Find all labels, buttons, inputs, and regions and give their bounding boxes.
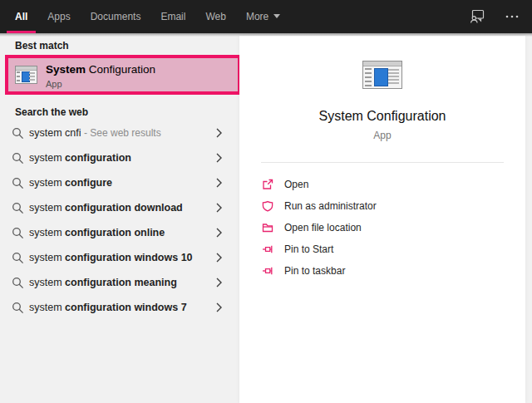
chevron-right-icon[interactable] xyxy=(216,153,223,164)
tab-email[interactable]: Email xyxy=(152,0,194,33)
best-match-title: System Configuration xyxy=(46,63,155,76)
search-icon xyxy=(12,151,25,165)
tab-web[interactable]: Web xyxy=(197,0,234,33)
topbar-shadow xyxy=(0,33,532,37)
tab-apps[interactable]: Apps xyxy=(39,0,78,33)
search-suggestion[interactable]: system configuration xyxy=(0,145,239,170)
search-icon xyxy=(12,301,25,314)
pin-icon xyxy=(262,243,273,255)
chevron-down-icon xyxy=(273,14,280,18)
search-icon xyxy=(12,251,25,264)
open-icon xyxy=(262,179,273,190)
chevron-right-icon[interactable] xyxy=(216,228,223,238)
search-icon xyxy=(12,276,25,289)
action-open[interactable]: Open xyxy=(239,174,525,195)
chevron-right-icon[interactable] xyxy=(216,203,223,214)
search-icon xyxy=(12,226,25,239)
search-results-panel: Best match System Configuration App Sear… xyxy=(0,33,239,403)
chevron-right-icon[interactable] xyxy=(216,128,223,139)
preview-panel: System Configuration App Open Run as adm… xyxy=(239,36,525,403)
search-suggestion[interactable]: system configuration meaning xyxy=(0,270,239,295)
search-icon xyxy=(12,176,25,189)
feedback-icon[interactable] xyxy=(469,0,485,33)
search-web-header: Search the web xyxy=(15,106,88,118)
action-run-as-administrator[interactable]: Run as administrator xyxy=(239,195,525,217)
action-open-file-location[interactable]: Open file location xyxy=(239,217,525,238)
divider xyxy=(261,162,504,163)
system-configuration-app-icon-large xyxy=(362,61,402,89)
action-pin-to-taskbar[interactable]: Pin to taskbar xyxy=(239,260,525,282)
search-suggestion[interactable]: system configuration online xyxy=(0,220,239,245)
context-actions: Open Run as administrator Open file loca… xyxy=(239,174,525,282)
search-icon xyxy=(12,201,25,214)
tab-more[interactable]: More xyxy=(238,0,288,33)
folder-icon xyxy=(262,222,273,233)
preview-subtitle: App xyxy=(239,130,525,141)
search-icon xyxy=(12,126,25,140)
best-match-result[interactable]: System Configuration App xyxy=(5,55,241,95)
search-suggestion[interactable]: system cnfi - See web results xyxy=(0,120,239,145)
chevron-right-icon[interactable] xyxy=(216,253,223,263)
chevron-right-icon[interactable] xyxy=(216,278,223,288)
ellipsis-icon[interactable] xyxy=(505,0,519,33)
action-pin-to-start[interactable]: Pin to Start xyxy=(239,238,525,260)
web-suggestions-list: system cnfi - See web results system con… xyxy=(0,120,239,320)
preview-title: System Configuration xyxy=(239,109,525,124)
tab-documents[interactable]: Documents xyxy=(82,0,150,33)
admin-shield-icon xyxy=(262,200,273,212)
search-suggestion[interactable]: system configuration download xyxy=(0,195,239,220)
best-match-subtitle: App xyxy=(46,79,155,89)
search-filter-bar: All Apps Documents Email Web More xyxy=(0,0,532,33)
best-match-header: Best match xyxy=(15,40,69,52)
chevron-right-icon[interactable] xyxy=(216,178,223,189)
search-suggestion[interactable]: system configuration windows 7 xyxy=(0,295,239,320)
pin-icon xyxy=(262,265,273,277)
search-suggestion[interactable]: system configure xyxy=(0,170,239,195)
search-suggestion[interactable]: system configuration windows 10 xyxy=(0,245,239,270)
tab-all[interactable]: All xyxy=(7,0,36,33)
system-configuration-app-icon xyxy=(15,66,37,84)
chevron-right-icon[interactable] xyxy=(216,302,223,313)
